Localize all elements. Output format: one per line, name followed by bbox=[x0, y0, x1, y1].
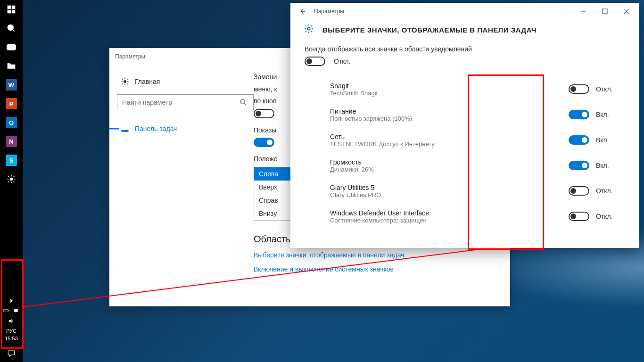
svg-point-23 bbox=[307, 27, 310, 30]
app-row: SnagitTechSmith SnagitОткл. bbox=[305, 76, 625, 102]
master-toggle-label: Всегда отображать все значки в области у… bbox=[305, 45, 625, 53]
action-center-button[interactable] bbox=[0, 345, 23, 362]
app-row: Glary Utilities 5Glary Utilities PROОткл… bbox=[305, 178, 625, 204]
app-toggle[interactable] bbox=[569, 84, 589, 94]
nav-home[interactable]: Главная bbox=[117, 73, 254, 90]
nav-home-label: Главная bbox=[135, 78, 160, 85]
app-toggle-state: Откл. bbox=[596, 187, 613, 195]
app-list: SnagitTechSmith SnagitОткл.ПитаниеПолнос… bbox=[305, 76, 625, 229]
app-desc: Состояние компьютера: защищен bbox=[330, 217, 561, 224]
taskbar-skype[interactable]: S bbox=[0, 151, 23, 170]
svg-rect-8 bbox=[15, 45, 16, 49]
app-name: Windows Defender User Interface bbox=[330, 209, 561, 217]
svg-line-16 bbox=[244, 103, 246, 105]
back-button[interactable] bbox=[294, 3, 311, 20]
settings-search-input[interactable] bbox=[117, 94, 254, 110]
svg-rect-26 bbox=[316, 114, 317, 115]
app-desc: Полностью заряжена (100%) bbox=[330, 115, 561, 122]
dd-left[interactable]: Слева bbox=[254, 167, 291, 181]
start-button[interactable] bbox=[0, 0, 23, 19]
svg-rect-1 bbox=[12, 6, 16, 9]
app-name: Сеть bbox=[330, 133, 561, 140]
svg-rect-12 bbox=[14, 309, 17, 312]
search-button[interactable] bbox=[0, 19, 23, 38]
app-icon bbox=[305, 131, 322, 149]
app-toggle[interactable] bbox=[569, 161, 589, 170]
taskbar-explorer[interactable] bbox=[0, 57, 23, 75]
app-toggle[interactable] bbox=[569, 135, 589, 145]
taskbar: W P O N S РУС 15:53 bbox=[0, 0, 23, 362]
bg-toggle-1[interactable] bbox=[254, 109, 274, 118]
app-desc: Glary Utilities PRO bbox=[330, 191, 561, 198]
app-desc: Динамики: 26% bbox=[330, 166, 561, 173]
app-toggle-state: Вкл. bbox=[596, 136, 609, 144]
svg-rect-6 bbox=[8, 44, 15, 50]
dd-right[interactable]: Справ bbox=[254, 194, 291, 207]
taskbar-word[interactable]: W bbox=[0, 75, 23, 94]
battery-icon[interactable] bbox=[3, 307, 9, 316]
app-toggle[interactable] bbox=[569, 212, 589, 221]
svg-rect-10 bbox=[4, 310, 8, 312]
taskbar-onenote[interactable]: N bbox=[0, 132, 23, 151]
app-name: Snagit bbox=[330, 82, 561, 90]
app-icon bbox=[305, 80, 322, 98]
nav-taskbar[interactable]: Панель задач bbox=[117, 120, 254, 138]
svg-point-28 bbox=[313, 143, 314, 144]
dd-bottom[interactable]: Внизу bbox=[254, 207, 291, 220]
nav-taskbar-label: Панель задач bbox=[135, 125, 177, 132]
svg-point-9 bbox=[10, 178, 13, 181]
app-icon bbox=[305, 207, 322, 225]
app-row: ПитаниеПолностью заряжена (100%)Вкл. bbox=[305, 102, 625, 127]
position-dropdown[interactable]: Слева Вверх Справ Внизу bbox=[254, 167, 291, 221]
minimize-button[interactable] bbox=[572, 4, 594, 19]
svg-rect-25 bbox=[311, 113, 316, 116]
tray-overflow-chevron[interactable] bbox=[0, 295, 23, 306]
master-toggle[interactable] bbox=[305, 57, 325, 66]
svg-rect-17 bbox=[122, 130, 129, 132]
link-system-icons[interactable]: Включение и выключение системных значков bbox=[254, 265, 501, 273]
link-select-icons[interactable]: Выберите значки, отображаемые в панели з… bbox=[254, 251, 501, 259]
svg-point-30 bbox=[313, 190, 315, 192]
svg-rect-7 bbox=[7, 45, 8, 49]
svg-point-14 bbox=[124, 81, 126, 83]
tray-clock[interactable]: 15:53 bbox=[5, 336, 18, 341]
dd-top[interactable]: Вверх bbox=[254, 181, 291, 194]
taskbar-settings[interactable] bbox=[0, 170, 23, 189]
app-name: Питание bbox=[330, 107, 561, 115]
app-toggle-state: Откл. bbox=[596, 85, 613, 93]
taskbar-powerpoint[interactable]: P bbox=[0, 94, 23, 113]
app-desc: TechSmith Snagit bbox=[330, 90, 561, 97]
bg-sidebar: Главная Панель задач bbox=[109, 65, 254, 306]
search-icon bbox=[239, 99, 247, 106]
close-button[interactable] bbox=[616, 4, 637, 19]
taskbar-outlook[interactable]: O bbox=[0, 113, 23, 132]
svg-rect-0 bbox=[8, 6, 11, 9]
settings-window-foreground: Параметры ВЫБЕРИТЕ ЗНАЧКИ, ОТОБРАЖАЕМЫЕ … bbox=[290, 3, 639, 248]
svg-point-4 bbox=[8, 25, 14, 31]
svg-point-15 bbox=[240, 99, 245, 104]
svg-line-5 bbox=[13, 30, 15, 32]
bg-window-title: Параметры bbox=[115, 53, 145, 60]
maximize-button[interactable] bbox=[594, 4, 616, 19]
svg-rect-31 bbox=[310, 213, 316, 219]
app-desc: TESTNETWORK Доступ к Интернету bbox=[330, 140, 561, 148]
settings-search[interactable] bbox=[117, 94, 252, 110]
app-row: СетьTESTNETWORK Доступ к ИнтернетуВкл. bbox=[305, 127, 625, 153]
gear-icon bbox=[304, 24, 314, 36]
app-toggle[interactable] bbox=[569, 110, 589, 119]
app-toggle-state: Вкл. bbox=[596, 162, 609, 169]
network-icon[interactable] bbox=[13, 307, 20, 316]
fg-titlebar[interactable]: Параметры bbox=[290, 3, 639, 20]
master-toggle-state: Откл. bbox=[334, 58, 351, 65]
app-row: Windows Defender User InterfaceСостояние… bbox=[305, 204, 625, 229]
app-name: Громкость bbox=[330, 158, 561, 166]
app-toggle[interactable] bbox=[569, 186, 589, 196]
volume-icon[interactable] bbox=[8, 318, 15, 326]
svg-rect-11 bbox=[8, 310, 8, 311]
bg-toggle-2[interactable] bbox=[254, 138, 274, 147]
fg-page-header: ВЫБЕРИТЕ ЗНАЧКИ, ОТОБРАЖАЕМЫЕ В ПАНЕЛИ З… bbox=[322, 26, 537, 34]
tray-language[interactable]: РУС bbox=[6, 328, 17, 334]
app-name: Glary Utilities 5 bbox=[330, 184, 561, 191]
task-view-button[interactable] bbox=[0, 38, 23, 57]
app-icon bbox=[305, 106, 322, 123]
